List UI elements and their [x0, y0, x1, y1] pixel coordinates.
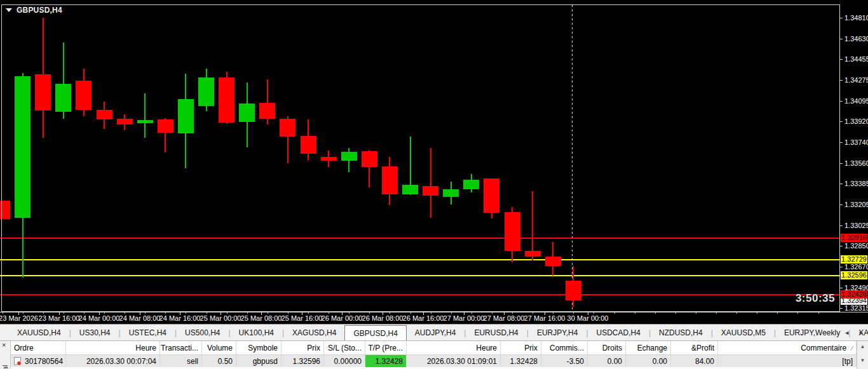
tp-cell-highlighted: 1.32428: [365, 355, 407, 367]
chart-tab[interactable]: NZDUSD,H4: [651, 325, 711, 340]
time-minor-tick: [207, 312, 207, 314]
time-minor-tick: [716, 312, 717, 314]
tab-scroll-arrows: ◄►: [844, 325, 864, 341]
candle-down: [259, 103, 275, 119]
column-header[interactable]: Echange: [626, 341, 671, 354]
time-minor-tick: [43, 312, 44, 314]
chart-symbol-dropdown[interactable]: GBPUSD,H4: [6, 6, 62, 15]
chart-tab[interactable]: USDCAD,H4: [588, 325, 649, 340]
column-header[interactable]: Volume: [202, 341, 236, 354]
chart-tab[interactable]: XAUUSD,M5: [713, 325, 774, 340]
column-header[interactable]: Droits: [588, 341, 626, 354]
trade-cell: 301780564: [11, 355, 66, 367]
trade-cell: 1.32596: [281, 355, 324, 367]
time-minor-tick: [635, 312, 635, 314]
price-tick: [840, 184, 843, 184]
price-level-line[interactable]: [0, 259, 840, 260]
time-minor-tick: [349, 312, 349, 314]
price-tick-label: 1.33560: [844, 159, 868, 167]
price-tick: [840, 59, 843, 60]
column-header[interactable]: &Profit: [671, 341, 718, 354]
price-tick: [840, 288, 843, 288]
time-minor-tick: [593, 312, 594, 314]
price-level-tag: 1.32428: [841, 290, 867, 299]
left-scroll-arrow-icon[interactable]: ◄: [844, 330, 850, 336]
candle-down: [362, 151, 377, 167]
column-header[interactable]: Commis...: [541, 341, 588, 354]
candle-up: [341, 152, 357, 161]
column-header[interactable]: Heure: [407, 341, 501, 354]
price-tick: [840, 18, 843, 18]
close-icon[interactable]: ×: [2, 341, 6, 349]
chart-tab[interactable]: AUDJPY,H4: [407, 325, 464, 340]
column-header[interactable]: Ordre: [11, 341, 66, 354]
candle-down: [545, 257, 561, 266]
table-header-row: OrdreHeureTransacti...VolumeSymbolePrixS…: [11, 341, 857, 355]
price-tick-label: 1.32850: [844, 242, 868, 250]
candle-up: [15, 76, 31, 218]
time-tick-label: 30 Mar 00:00: [567, 314, 609, 322]
chart-tab[interactable]: US500,H4: [177, 325, 228, 340]
chart-tab[interactable]: UK100,H4: [231, 325, 282, 340]
column-header[interactable]: S/L (Sto...: [324, 341, 365, 354]
candle-down: [566, 281, 581, 300]
price-tick-label: 1.33740: [844, 138, 868, 146]
price-axis[interactable]: 1.348101.346301.344551.342751.340951.339…: [840, 0, 868, 312]
right-scroll-arrow-icon[interactable]: ►: [858, 330, 864, 336]
scroll-up-icon[interactable]: ▲: [857, 344, 868, 349]
time-minor-tick: [186, 312, 186, 314]
candle-up: [178, 99, 194, 133]
price-level-line[interactable]: [0, 294, 840, 295]
column-header[interactable]: Heure: [66, 341, 160, 354]
time-minor-tick: [451, 312, 452, 314]
candle-down: [35, 74, 51, 111]
chart-tab[interactable]: EURJPY,H4: [529, 325, 586, 340]
price-tick-label: 1.32315: [844, 304, 868, 312]
chart-panel[interactable]: GBPUSD,H4 3:50:35 1.348101.346301.344551…: [0, 0, 868, 324]
candle-down: [158, 119, 173, 133]
chart-tab[interactable]: EURJPY,Weekly: [776, 325, 848, 340]
candle-up: [239, 104, 255, 122]
column-header[interactable]: Commentaire∕: [718, 341, 857, 354]
trade-cell: 1.32428: [501, 355, 541, 367]
price-tick: [840, 142, 843, 143]
time-minor-tick: [227, 312, 227, 314]
time-tick-label: 24 Mar 08:00: [119, 314, 161, 322]
time-minor-tick: [84, 312, 85, 314]
trade-table: OrdreHeureTransacti...VolumeSymbolePrixS…: [11, 341, 857, 369]
chart-tab[interactable]: USTEC,H4: [121, 325, 175, 340]
trade-cell: 0.00000: [324, 355, 365, 367]
time-minor-tick: [104, 312, 105, 314]
price-level-tag: 1.32729: [841, 255, 867, 264]
column-header[interactable]: Symbole: [236, 341, 281, 354]
column-header[interactable]: Transacti...: [160, 341, 202, 354]
candle-down: [525, 251, 541, 257]
time-minor-tick: [410, 312, 411, 314]
column-header[interactable]: Prix: [501, 341, 541, 354]
price-level-line[interactable]: [0, 275, 840, 276]
time-minor-tick: [165, 312, 166, 314]
table-scrollbar[interactable]: ▲ ▼: [857, 341, 868, 369]
terminal-tab-vertical-label[interactable]: Terminal: [1, 365, 9, 369]
price-tick-label: 1.32670: [844, 263, 868, 271]
chart-tab[interactable]: US30,H4: [71, 325, 119, 340]
time-minor-tick: [818, 312, 819, 314]
column-header[interactable]: T/P (Pre...: [365, 341, 407, 354]
time-axis[interactable]: 23 Mar 202623 Mar 16:0024 Mar 00:0024 Ma…: [0, 312, 868, 324]
time-minor-tick: [512, 312, 513, 314]
time-axis-line: [0, 312, 868, 312]
chart-tab[interactable]: GBPUSD,H4: [344, 325, 406, 340]
chart-tab[interactable]: XAGUSD,H4: [284, 325, 344, 340]
time-minor-tick: [308, 312, 309, 314]
scroll-down-icon[interactable]: ▼: [857, 358, 868, 363]
candle-down: [505, 212, 520, 251]
candle-down: [301, 136, 316, 154]
column-header[interactable]: Prix: [281, 341, 324, 354]
chart-tab[interactable]: XAUUSD,H4: [9, 325, 69, 340]
time-minor-tick: [268, 312, 268, 314]
price-level-line[interactable]: [0, 238, 840, 239]
trade-row[interactable]: 3017805642026.03.30 00:07:04sell0.50gbpu…: [11, 355, 857, 367]
chart-plot-area[interactable]: [0, 0, 840, 312]
chart-tab[interactable]: EURUSD,H4: [466, 325, 526, 340]
trade-cell: gbpusd: [236, 355, 281, 367]
